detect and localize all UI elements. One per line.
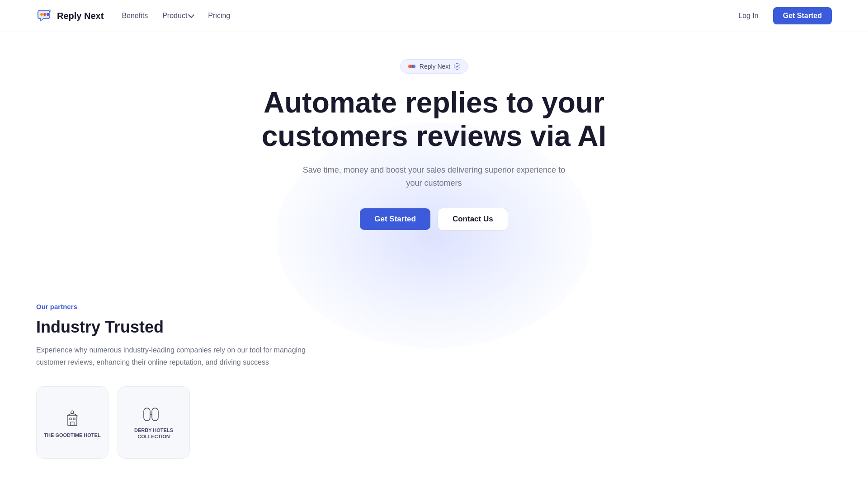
- logo[interactable]: Reply Next: [36, 8, 104, 24]
- svg-point-7: [454, 64, 460, 70]
- svg-rect-8: [68, 416, 77, 426]
- svg-rect-9: [70, 418, 71, 420]
- partner-name-goodtime: THE GOODTIME HOTEL: [44, 432, 100, 438]
- navbar: Reply Next Benefits Product Pricing Log …: [0, 0, 868, 32]
- hero-buttons: Get Started Contact Us: [360, 208, 508, 230]
- logo-icon: [36, 8, 52, 24]
- partner-name-derby: DERBY HOTELS COLLECTION: [118, 427, 189, 440]
- svg-point-5: [408, 65, 412, 68]
- partner-logo-derby: DERBY HOTELS COLLECTION: [118, 386, 190, 459]
- partners-label: Our partners: [36, 303, 832, 310]
- chevron-down-icon: [188, 12, 194, 18]
- brand-name: Reply Next: [57, 11, 104, 21]
- nav-link-pricing[interactable]: Pricing: [208, 12, 230, 20]
- hero-section: Reply Next Automate replies to your cust…: [0, 32, 868, 276]
- derby-hotels-icon: [142, 405, 165, 423]
- partners-section: Our partners Industry Trusted Experience…: [0, 276, 868, 477]
- nav-links: Benefits Product Pricing: [122, 12, 230, 20]
- hero-badge: Reply Next: [400, 59, 468, 74]
- svg-point-12: [71, 411, 74, 413]
- login-button[interactable]: Log In: [731, 8, 765, 23]
- goodtime-hotel-icon: [61, 407, 83, 428]
- partner-logo-goodtime: THE GOODTIME HOTEL: [36, 386, 108, 459]
- svg-point-6: [412, 65, 415, 68]
- nav-right: Log In Get Started: [731, 7, 832, 24]
- partners-title: Industry Trusted: [36, 318, 832, 337]
- contact-us-button[interactable]: Contact Us: [438, 208, 508, 230]
- svg-rect-14: [152, 408, 158, 421]
- badge-text: Reply Next: [420, 63, 450, 70]
- svg-rect-13: [144, 408, 150, 421]
- badge-logo-icon: [408, 62, 416, 70]
- svg-rect-11: [71, 422, 74, 426]
- verified-icon: [454, 63, 460, 70]
- hero-title: Automate replies to your customers revie…: [231, 86, 637, 153]
- svg-point-1: [40, 13, 43, 16]
- partners-description: Experience why numerous industry-leading…: [36, 344, 316, 368]
- nav-link-product[interactable]: Product: [162, 12, 193, 20]
- nav-left: Reply Next Benefits Product Pricing: [36, 8, 230, 24]
- svg-rect-10: [73, 418, 75, 420]
- get-started-hero-button[interactable]: Get Started: [360, 208, 430, 230]
- hero-content: Reply Next Automate replies to your cust…: [231, 59, 637, 258]
- svg-point-2: [43, 13, 46, 16]
- hero-subtitle: Save time, money and boost your sales de…: [298, 164, 570, 190]
- nav-link-benefits[interactable]: Benefits: [122, 12, 148, 20]
- partners-logos: THE GOODTIME HOTEL DERBY HOTELS COLLECTI…: [36, 386, 832, 459]
- svg-point-3: [47, 13, 49, 16]
- get-started-nav-button[interactable]: Get Started: [773, 7, 832, 24]
